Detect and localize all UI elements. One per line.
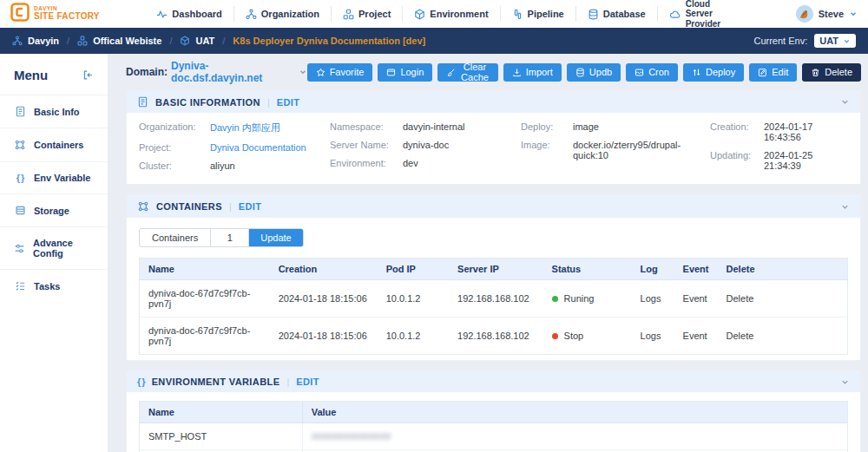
pod-creation: 2024-01-18 18:15:06 — [270, 318, 378, 355]
app-logo[interactable]: DAVYIN SITE FACTORY — [10, 3, 113, 25]
nav-item-pipeline[interactable]: Pipeline — [500, 6, 575, 22]
nav-item-dashboard[interactable]: Dashboard — [145, 6, 233, 22]
logs-link[interactable]: Logs — [632, 280, 674, 318]
breadcrumb-item-uat[interactable]: UAT — [180, 36, 214, 46]
containers-card: CONTAINERS | EDIT Containers Update Name — [126, 194, 861, 361]
containers-icon — [14, 139, 26, 151]
sidebar-item-basic-info[interactable]: Basic Info — [0, 95, 108, 128]
delete-link[interactable]: Delete — [718, 280, 848, 318]
sidebar-item-storage[interactable]: Storage — [0, 193, 108, 226]
containers-update-button[interactable]: Update — [249, 229, 302, 246]
breadcrumb-item-davyin[interactable]: Davyin — [12, 36, 59, 46]
import-button[interactable]: Import — [503, 63, 562, 82]
sidebar-item-env-variable[interactable]: { } Env Variable — [0, 161, 108, 193]
pod-name-link[interactable]: dyniva-doc-67d7c9f7cb-pvn7j — [140, 318, 270, 355]
delete-button[interactable]: Delete — [802, 63, 861, 82]
event-link[interactable]: Event — [674, 280, 718, 318]
cluster-value: aliyun — [210, 160, 235, 171]
current-env-value: UAT — [819, 36, 838, 46]
column-header: Delete — [718, 259, 848, 280]
delete-link[interactable]: Delete — [718, 318, 848, 355]
logs-link[interactable]: Logs — [632, 318, 674, 355]
collapse-section-icon[interactable] — [840, 97, 850, 107]
login-button[interactable]: Login — [378, 63, 432, 82]
tasks-icon — [14, 280, 26, 292]
favorite-button[interactable]: Favorite — [307, 63, 373, 82]
avatar — [796, 5, 813, 23]
swap-arrows-icon — [692, 68, 701, 77]
sidebar-item-tasks[interactable]: Tasks — [0, 269, 108, 302]
nav-item-organization[interactable]: Organization — [233, 6, 331, 22]
breadcrumb-separator: / — [222, 36, 225, 46]
image-value: docker.io/zterry95/drupal-quick:10 — [573, 140, 710, 160]
org-nodes-icon — [12, 36, 23, 46]
column-header: Event — [674, 259, 718, 280]
column-header: Status — [543, 259, 632, 280]
sidebar-item-containers[interactable]: Containers — [0, 128, 108, 161]
sidebar-item-label: Env Variable — [34, 173, 90, 183]
breadcrumb-bar: Davyin / Offical Webiste / UAT / K8s Dep… — [0, 28, 868, 54]
sidebar-item-label: Tasks — [34, 281, 60, 292]
field-label: Updating: — [710, 150, 764, 171]
table-header-row: Name Value — [140, 402, 848, 423]
namespace-value: davyin-internal — [403, 121, 465, 132]
basic-info-edit-link[interactable]: EDIT — [277, 97, 300, 108]
nav-item-database[interactable]: Database — [575, 6, 657, 22]
updating-value: 2024-01-25 21:34:39 — [764, 150, 848, 171]
collapse-section-icon[interactable] — [840, 377, 850, 387]
breadcrumb-separator: / — [67, 36, 69, 46]
breadcrumb-label: K8s Deployer Dyniva Documentation [dev] — [233, 36, 425, 46]
updb-button[interactable]: Updb — [567, 63, 621, 82]
containers-edit-link[interactable]: EDIT — [239, 201, 262, 212]
domain-value[interactable]: Dyniva-doc.dsf.davyin.net — [171, 60, 293, 84]
braces-icon: { } — [137, 377, 145, 387]
sidebar: Menu Basic Info Containers { } Env Varia… — [0, 54, 108, 452]
cloud-icon — [669, 9, 681, 20]
main-content: Domain: Dyniva-doc.dsf.davyin.net Favori… — [108, 54, 868, 452]
download-icon — [512, 68, 522, 77]
sidebar-item-advance-config[interactable]: Advance Config — [0, 226, 108, 269]
section-title: ENVIRONMENT VARIABLE — [152, 377, 280, 387]
divider: | — [286, 377, 289, 387]
env-var-name: SMTP_HOST — [140, 423, 303, 450]
nav-label: Database — [603, 9, 646, 19]
user-menu[interactable]: Steve — [783, 5, 858, 23]
event-link[interactable]: Event — [674, 318, 718, 355]
edit-button[interactable]: Edit — [749, 63, 797, 82]
section-title: BASIC INFORMATION — [155, 97, 260, 108]
table-row: dyniva-doc-67d7c9f7cb-pvn7j 2024-01-18 1… — [140, 280, 848, 318]
deploy-button[interactable]: Deploy — [683, 63, 744, 82]
table-header-row: Name Creation Pod IP Server IP Status Lo… — [140, 259, 848, 280]
organization-link[interactable]: Davyin 内部应用 — [210, 121, 280, 134]
breadcrumb: Davyin / Offical Webiste / UAT / K8s Dep… — [12, 36, 425, 46]
frame-icon — [635, 68, 644, 77]
basic-information-card: BASIC INFORMATION | EDIT Organization:Da… — [126, 90, 861, 185]
collapse-section-icon[interactable] — [840, 202, 850, 212]
project-link[interactable]: Dyniva Documentation — [210, 142, 306, 153]
nav-item-project[interactable]: Project — [331, 6, 402, 22]
breadcrumb-item-offical-webiste[interactable]: Offical Webiste — [77, 36, 161, 46]
env-vars-edit-link[interactable]: EDIT — [296, 377, 319, 387]
status-cell: Stop — [543, 318, 632, 355]
nav-item-cloud-server-provider[interactable]: Cloud Server Provider — [657, 6, 751, 22]
containers-count-input[interactable] — [211, 229, 249, 246]
status-dot-green — [552, 296, 558, 302]
braces-icon: { } — [14, 173, 26, 183]
star-icon — [316, 68, 326, 77]
divider: | — [229, 201, 232, 212]
org-nodes-icon — [246, 9, 257, 20]
collapse-sidebar-icon[interactable] — [82, 69, 94, 81]
table-row: dyniva-doc-67d7c9f7cb-pvn7j 2024-01-18 1… — [140, 318, 848, 355]
field-label: Environment: — [330, 158, 403, 168]
pod-name-link[interactable]: dyniva-doc-67d7c9f7cb-pvn7j — [140, 280, 270, 318]
cron-button[interactable]: Cron — [626, 63, 678, 82]
field-label: Server Name: — [330, 140, 403, 150]
pipeline-icon — [512, 9, 523, 20]
chevron-down-icon[interactable] — [299, 68, 307, 76]
nav-item-environment[interactable]: Environment — [402, 6, 499, 22]
pulse-icon — [156, 9, 168, 20]
containers-icon — [137, 200, 149, 213]
current-env-select[interactable]: UAT — [814, 34, 856, 48]
clear-cache-button[interactable]: Clear Cache — [437, 63, 497, 82]
database-icon — [588, 9, 599, 20]
